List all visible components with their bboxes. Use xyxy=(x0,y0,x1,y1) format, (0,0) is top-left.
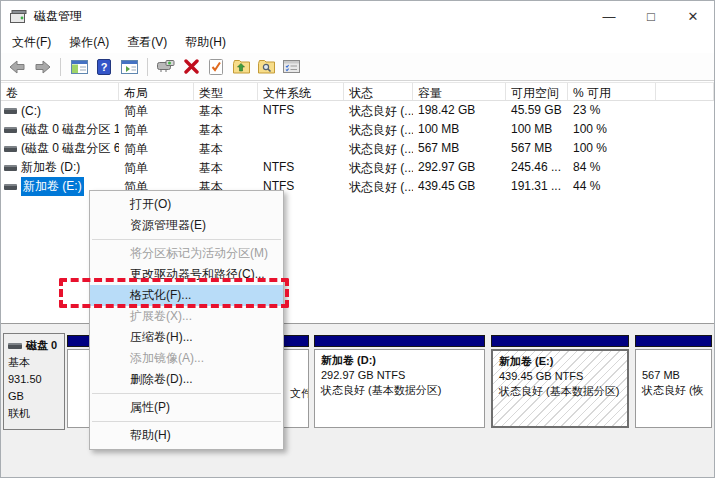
menu-item-shrink-volume[interactable]: 压缩卷(H)... xyxy=(90,327,283,348)
title-bar: 磁盘管理 — □ ✕ xyxy=(1,1,714,31)
forward-arrow-icon[interactable] xyxy=(33,58,51,76)
partition-block-d[interactable]: 新加卷 (D:) 292.97 GB NTFS 状态良好 (基本数据分区) xyxy=(314,335,485,430)
volume-icon xyxy=(4,146,17,152)
disk-management-window: 磁盘管理 — □ ✕ 文件(F) 操作(A) 查看(V) 帮助(H) ? xyxy=(0,0,715,478)
partition-c-visible-text: 文件, xyxy=(290,386,309,401)
menu-item-add-mirror: 添加镜像(A)... xyxy=(90,348,283,369)
toolbar-separator xyxy=(60,58,61,76)
menu-separator xyxy=(92,393,281,394)
col-empty xyxy=(656,83,714,100)
disk-management-icon xyxy=(10,10,27,23)
minimize-button[interactable]: — xyxy=(588,1,630,31)
properties-grid-icon[interactable] xyxy=(282,58,300,76)
col-free-space[interactable]: 可用空间 xyxy=(506,83,568,100)
col-layout[interactable]: 布局 xyxy=(119,83,194,100)
delete-x-icon[interactable] xyxy=(182,58,200,76)
red-annotation-box xyxy=(59,278,289,308)
folder-search-icon[interactable] xyxy=(257,58,275,76)
console-tree-icon[interactable] xyxy=(70,58,88,76)
disk-status: 联机 xyxy=(8,405,60,422)
disk-icon xyxy=(8,343,22,349)
menu-help[interactable]: 帮助(H) xyxy=(176,31,235,54)
volume-icon xyxy=(4,165,17,171)
menu-separator xyxy=(92,239,281,240)
partition-status: 状态良好 (恢 xyxy=(642,383,705,398)
partition-block-e-selected[interactable]: 新加卷 (E:) 439.45 GB NTFS 状态良好 (基本数据分区) xyxy=(491,335,629,430)
maximize-button[interactable]: □ xyxy=(630,1,672,31)
menu-separator xyxy=(92,421,281,422)
disk-capacity: 931.50 GB xyxy=(8,371,60,405)
col-volume[interactable]: 卷 xyxy=(1,83,119,100)
col-pct-free[interactable]: % 可用 xyxy=(568,83,656,100)
selected-volume-label: 新加卷 (E:) xyxy=(21,177,84,196)
menu-item-properties[interactable]: 属性(P) xyxy=(90,397,283,418)
menu-item-explorer[interactable]: 资源管理器(E) xyxy=(90,215,283,236)
back-arrow-icon[interactable] xyxy=(8,58,26,76)
task-check-icon[interactable] xyxy=(207,58,225,76)
menu-item-extend-volume: 扩展卷(X)... xyxy=(90,306,283,327)
partition-status: 状态良好 (基本数据分区) xyxy=(499,384,621,399)
help-icon[interactable]: ? xyxy=(95,58,113,76)
volume-icon xyxy=(4,184,17,190)
volume-icon xyxy=(4,108,17,114)
toolbar: ? xyxy=(1,53,714,81)
menu-item-delete-volume[interactable]: 删除卷(D)... xyxy=(90,369,283,390)
device-tool-icon[interactable] xyxy=(157,58,175,76)
col-type[interactable]: 类型 xyxy=(194,83,258,100)
svg-text:?: ? xyxy=(101,61,108,73)
partition-color-strip xyxy=(491,335,629,347)
disk-type: 基本 xyxy=(8,354,60,371)
menu-view[interactable]: 查看(V) xyxy=(118,31,176,54)
partition-size: 567 MB xyxy=(642,368,705,383)
window-title: 磁盘管理 xyxy=(34,8,82,25)
partition-size: 292.97 GB NTFS xyxy=(321,368,478,383)
close-button[interactable]: ✕ xyxy=(672,1,714,31)
menu-file[interactable]: 文件(F) xyxy=(3,31,60,54)
table-row[interactable]: (C:) 简单 基本 NTFS 状态良好 (... 198.42 GB 45.5… xyxy=(1,101,714,120)
partition-status: 状态良好 (基本数据分区) xyxy=(321,383,478,398)
partition-name: 新加卷 (D:) xyxy=(321,353,478,368)
disk-name: 磁盘 0 xyxy=(26,337,57,354)
table-row[interactable]: (磁盘 0 磁盘分区 1) 简单 基本 状态良好 (... 100 MB 100… xyxy=(1,120,714,139)
partition-name: 新加卷 (E:) xyxy=(499,354,621,369)
console-window-icon[interactable] xyxy=(120,58,138,76)
col-filesystem[interactable]: 文件系统 xyxy=(258,83,344,100)
partition-size: 439.45 GB NTFS xyxy=(499,369,621,384)
col-status[interactable]: 状态 xyxy=(344,83,413,100)
menu-bar: 文件(F) 操作(A) 查看(V) 帮助(H) xyxy=(1,31,714,53)
table-row[interactable]: 新加卷 (D:) 简单 基本 NTFS 状态良好 (... 292.97 GB … xyxy=(1,158,714,177)
toolbar-separator xyxy=(147,58,148,76)
table-row[interactable]: (磁盘 0 磁盘分区 6) 简单 基本 状态良好 (... 567 MB 567… xyxy=(1,139,714,158)
menu-item-open[interactable]: 打开(O) xyxy=(90,194,283,215)
menu-item-help[interactable]: 帮助(H) xyxy=(90,425,283,446)
col-capacity[interactable]: 容量 xyxy=(413,83,506,100)
volume-context-menu: 打开(O) 资源管理器(E) 将分区标记为活动分区(M) 更改驱动器号和路径(C… xyxy=(89,190,284,450)
menu-item-mark-active: 将分区标记为活动分区(M) xyxy=(90,243,283,264)
volume-table-header: 卷 布局 类型 文件系统 状态 容量 可用空间 % 可用 xyxy=(1,82,714,101)
menu-action[interactable]: 操作(A) xyxy=(60,31,118,54)
folder-up-icon[interactable] xyxy=(232,58,250,76)
volume-icon xyxy=(4,127,17,133)
partition-color-strip xyxy=(314,335,485,347)
disk0-header-cell[interactable]: 磁盘 0 基本 931.50 GB 联机 xyxy=(3,333,65,430)
partition-block-recovery[interactable]: 567 MB 状态良好 (恢 xyxy=(635,335,712,430)
partition-color-strip xyxy=(635,335,712,347)
